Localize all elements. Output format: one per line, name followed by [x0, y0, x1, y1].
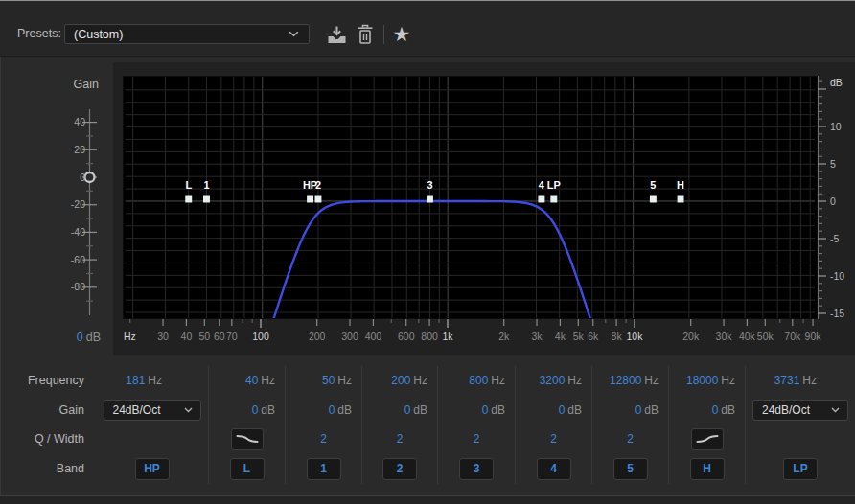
frequency-HP-number[interactable]: 181 — [126, 374, 145, 387]
low-shelf-icon — [235, 432, 260, 446]
gain-2-unit: dB — [413, 403, 428, 417]
band-cell-1: 1 — [286, 453, 361, 484]
freq-tick-200: 200 — [309, 331, 326, 342]
q-cell-1: 2 — [286, 424, 361, 453]
frequency-3-number[interactable]: 800 — [469, 374, 488, 387]
freq-tick-60: 60 — [214, 331, 225, 342]
marker-label-LP: LP — [547, 179, 561, 191]
freq-axis-labels: Hz30405060701002003004006008001k2k3k4k5k… — [123, 331, 818, 343]
low-shelf-button-L[interactable] — [231, 428, 264, 450]
gain-cell-LP: 24dB/Oct — [746, 395, 855, 424]
save-preset-button[interactable] — [325, 23, 348, 46]
frequency-LP-unit: Hz — [802, 374, 817, 387]
gain-tick--60: -60 — [45, 254, 85, 266]
star-icon: ★ — [393, 23, 411, 46]
eq-marker-5[interactable] — [650, 196, 657, 203]
control-row-labels: FrequencyGainQ / WidthBand — [0, 366, 84, 484]
chevron-down-icon — [831, 407, 840, 413]
band-button-H[interactable]: H — [690, 458, 725, 480]
freq-tick-6k: 6k — [588, 331, 598, 342]
high-shelf-button-H[interactable] — [691, 428, 724, 450]
frequency-cell-2: 200Hz — [362, 366, 437, 395]
q-cell-2: 2 — [362, 424, 437, 453]
band-button-L[interactable]: L — [230, 458, 265, 480]
frequency-2-unit: Hz — [413, 374, 428, 387]
delete-preset-button[interactable] — [354, 23, 377, 46]
gain-tick-40: 40 — [45, 116, 85, 128]
q-cell-5: 2 — [592, 424, 668, 453]
band-button-1[interactable]: 1 — [307, 458, 341, 480]
frequency-cell-H: 18000Hz — [669, 366, 745, 395]
frequency-2-number[interactable]: 200 — [391, 374, 410, 387]
frequency-LP-number[interactable]: 3731 — [774, 374, 800, 387]
slope-select-HP[interactable]: 24dB/Oct — [104, 400, 201, 421]
q-cell-HP — [96, 424, 208, 453]
eq-plot[interactable]: L1HP234LP5H — [123, 76, 818, 319]
frequency-H-number[interactable]: 18000 — [686, 374, 718, 387]
freq-tick-4k: 4k — [555, 331, 566, 342]
gain-2-number[interactable]: 0 — [404, 403, 411, 417]
band-column-3: 800Hz0dB23 — [437, 366, 515, 484]
gain-L-number[interactable]: 0 — [252, 403, 259, 417]
band-cell-5: 5 — [592, 453, 668, 484]
master-gain-value[interactable]: 0dB — [50, 331, 101, 344]
row-label-frequency: Frequency — [0, 366, 84, 395]
gain-4-number[interactable]: 0 — [559, 403, 566, 417]
band-button-4[interactable]: 4 — [537, 458, 571, 480]
eq-marker-3[interactable] — [427, 196, 433, 203]
band-button-HP[interactable]: HP — [135, 458, 170, 480]
q-value-4[interactable]: 2 — [550, 432, 557, 446]
eq-marker-H[interactable] — [678, 196, 684, 203]
gain-cell-5: 0dB — [592, 395, 668, 424]
band-button-5[interactable]: 5 — [613, 458, 648, 480]
slope-select-LP[interactable]: 24dB/Oct — [752, 400, 848, 421]
band-button-3[interactable]: 3 — [459, 458, 494, 480]
frequency-cell-3: 800Hz — [438, 366, 515, 395]
q-value-2[interactable]: 2 — [397, 432, 404, 446]
frequency-4-number[interactable]: 3200 — [540, 374, 566, 387]
eq-marker-1[interactable] — [203, 196, 210, 203]
frequency-HP-unit: Hz — [148, 374, 162, 387]
gain-1-number[interactable]: 0 — [329, 403, 335, 417]
gain-tick--40: -40 — [45, 226, 85, 239]
gain-3-number[interactable]: 0 — [482, 403, 489, 417]
frequency-1-unit: Hz — [337, 374, 352, 387]
frequency-1-number[interactable]: 50 — [322, 374, 335, 387]
freq-tick-50: 50 — [198, 331, 210, 342]
frequency-L-number[interactable]: 40 — [245, 374, 258, 387]
band-button-2[interactable]: 2 — [382, 458, 417, 480]
eq-marker-4[interactable] — [538, 196, 544, 203]
eq-marker-HP[interactable] — [307, 196, 313, 203]
band-column-4: 3200Hz0dB24 — [515, 366, 591, 484]
eq-marker-2[interactable] — [314, 196, 321, 203]
db-ruler — [818, 76, 829, 319]
gain-H-number[interactable]: 0 — [712, 403, 719, 417]
band-button-LP[interactable]: LP — [783, 458, 818, 480]
frequency-5-number[interactable]: 12800 — [610, 374, 641, 387]
freq-tick-300: 300 — [341, 331, 358, 342]
q-value-5[interactable]: 2 — [627, 432, 634, 446]
gain-cell-HP: 24dB/Oct — [96, 395, 208, 424]
band-cell-4: 4 — [516, 453, 591, 484]
q-value-1[interactable]: 2 — [320, 432, 327, 446]
slope-value-LP: 24dB/Oct — [762, 403, 810, 417]
high-shelf-icon — [695, 432, 720, 446]
presets-bar: Presets: (Custom) ★ — [0, 2, 855, 57]
q-value-3[interactable]: 2 — [474, 432, 480, 446]
band-columns: 181Hz24dB/OctHP40Hz0dBL50Hz0dB21200Hz0dB… — [96, 366, 855, 484]
freq-tick-100: 100 — [252, 331, 269, 342]
frequency-cell-4: 3200Hz — [516, 366, 591, 395]
gain-value-number[interactable]: 0 — [77, 331, 83, 344]
eq-marker-LP[interactable] — [550, 196, 557, 203]
freq-tick-20k: 20k — [682, 331, 699, 342]
panel-left-edge — [0, 57, 1, 495]
favorite-star-button[interactable]: ★ — [390, 23, 413, 46]
frequency-cell-L: 40Hz — [209, 366, 285, 395]
preset-select[interactable]: (Custom) — [64, 24, 310, 44]
q-cell-4: 2 — [516, 424, 591, 453]
gain-slider-knob[interactable] — [85, 172, 95, 182]
freq-tick-800: 800 — [421, 331, 438, 342]
gain-5-number[interactable]: 0 — [635, 403, 642, 417]
freq-tick-30: 30 — [157, 331, 169, 342]
eq-marker-L[interactable] — [185, 196, 192, 203]
